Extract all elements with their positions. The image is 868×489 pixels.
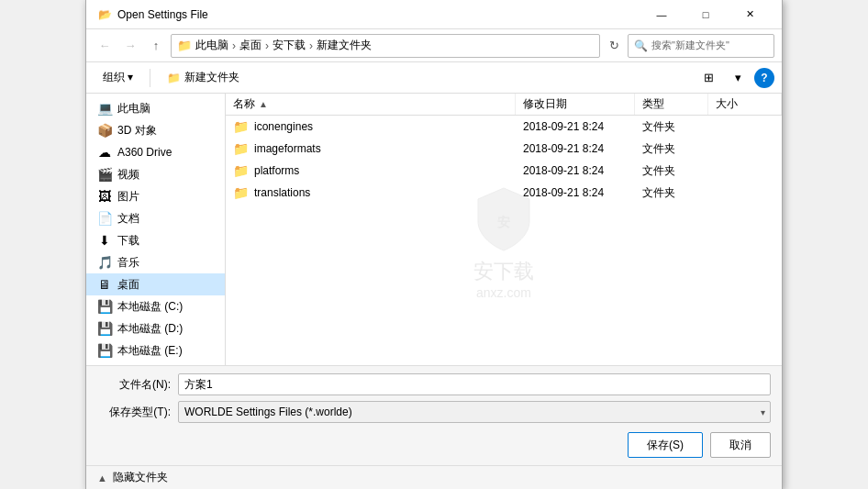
sidebar-item-a360-drive[interactable]: ☁ A360 Drive (86, 141, 225, 163)
filename-input[interactable] (178, 373, 771, 395)
sidebar-label-music: 音乐 (117, 255, 139, 271)
col-header-date[interactable]: 修改日期 (516, 94, 635, 115)
sidebar-label-local-e: 本地磁盘 (E:) (117, 343, 183, 359)
filetype-select[interactable]: WORLDE Settings Files (*.worlde) (178, 401, 771, 423)
file-date: 2018-09-21 8:24 (516, 164, 635, 177)
file-item-platforms[interactable]: 📁 platforms 2018-09-21 8:24 文件夹 (226, 160, 782, 182)
hidden-files-label: 隐藏文件夹 (113, 470, 168, 485)
3d-objects-icon: 📦 (97, 123, 112, 138)
file-name: platforms (254, 164, 299, 177)
filetype-select-wrapper[interactable]: WORLDE Settings Files (*.worlde) ▾ (178, 401, 771, 423)
cancel-button[interactable]: 取消 (710, 432, 771, 458)
sidebar-item-local-e[interactable]: 💾 本地磁盘 (E:) (86, 339, 225, 361)
refresh-button[interactable]: ↻ (604, 36, 624, 56)
filename-row: 文件名(N): (97, 373, 771, 395)
open-settings-dialog: 📂 Open Settings File — □ ✕ ← → ↑ 📁 此电脑 ›… (85, 0, 783, 489)
back-button[interactable]: ← (94, 35, 116, 57)
sidebar-item-downloads[interactable]: ⬇ 下载 (86, 229, 225, 251)
sidebar-item-pictures[interactable]: 🖼 图片 (86, 185, 225, 207)
search-box[interactable]: 🔍 搜索"新建文件夹" (628, 34, 774, 58)
toolbar-right: ⊞ ▾ ? (696, 65, 774, 91)
path-folder-icon: 📁 (177, 39, 192, 52)
folder-icon: 📁 (233, 163, 249, 178)
music-icon: 🎵 (97, 255, 112, 270)
sidebar-item-videos[interactable]: 🎬 视频 (86, 163, 225, 185)
path-segment-this-pc[interactable]: 此电脑 (195, 38, 228, 53)
file-type: 文件夹 (635, 185, 708, 201)
filetype-label: 保存类型(T): (97, 405, 171, 420)
new-folder-icon: 📁 (167, 72, 181, 84)
file-item-imageformats[interactable]: 📁 imageformats 2018-09-21 8:24 文件夹 (226, 138, 782, 160)
file-item-translations[interactable]: 📁 translations 2018-09-21 8:24 文件夹 (226, 182, 782, 204)
sidebar-item-this-pc[interactable]: 💻 此电脑 (86, 97, 225, 119)
dialog-title: Open Settings File (117, 8, 640, 21)
maximize-button[interactable]: □ (684, 6, 727, 24)
view-icon: ⊞ (704, 71, 714, 84)
sidebar-item-local-c[interactable]: 💾 本地磁盘 (C:) (86, 295, 225, 317)
close-button[interactable]: ✕ (729, 6, 771, 24)
documents-icon: 📄 (97, 211, 112, 226)
local-c-icon: 💾 (97, 299, 112, 314)
file-item-iconengines[interactable]: 📁 iconengines 2018-09-21 8:24 文件夹 (226, 116, 782, 138)
dialog-icon: 📂 (97, 7, 112, 22)
file-type: 文件夹 (635, 141, 708, 157)
bottom-section: 文件名(N): 保存类型(T): WORLDE Settings Files (… (86, 365, 782, 465)
file-type: 文件夹 (635, 119, 708, 135)
file-type: 文件夹 (635, 163, 708, 179)
sidebar-item-documents[interactable]: 📄 文档 (86, 207, 225, 229)
view-dropdown-button[interactable]: ▾ (725, 65, 751, 91)
sidebar-label-a360-drive: A360 Drive (117, 146, 172, 159)
main-content: 💻 此电脑 📦 3D 对象 ☁ A360 Drive 🎬 视频 🖼 图片 📄 (86, 94, 782, 365)
view-button[interactable]: ⊞ (696, 65, 721, 91)
file-name: translations (254, 186, 310, 199)
pictures-icon: 🖼 (97, 189, 112, 204)
up-button[interactable]: ↑ (145, 35, 167, 57)
path-segment-download[interactable]: 安下载 (273, 38, 306, 53)
hidden-files-bar[interactable]: ▲ 隐藏文件夹 (86, 465, 782, 489)
address-path-box[interactable]: 📁 此电脑 › 桌面 › 安下载 › 新建文件夹 (171, 34, 600, 58)
folder-icon: 📁 (233, 141, 249, 156)
videos-icon: 🎬 (97, 167, 112, 182)
organize-button[interactable]: 组织 ▾ (94, 65, 142, 91)
help-button[interactable]: ? (754, 68, 774, 88)
svg-text:安: 安 (496, 215, 510, 229)
toolbar: 组织 ▾ 📁 新建文件夹 ⊞ ▾ ? (86, 62, 782, 94)
address-bar: ← → ↑ 📁 此电脑 › 桌面 › 安下载 › 新建文件夹 ↻ 🔍 搜索"新建… (86, 29, 782, 62)
sidebar-item-music[interactable]: 🎵 音乐 (86, 251, 225, 273)
minimize-button[interactable]: — (640, 6, 683, 24)
file-date: 2018-09-21 8:24 (516, 186, 635, 199)
search-placeholder: 搜索"新建文件夹" (651, 39, 729, 52)
path-segment-desktop[interactable]: 桌面 (239, 38, 262, 53)
local-e-icon: 💾 (97, 343, 112, 358)
save-button[interactable]: 保存(S) (628, 432, 703, 458)
this-pc-icon: 💻 (97, 101, 112, 116)
sidebar-label-local-d: 本地磁盘 (D:) (117, 321, 183, 337)
col-header-name[interactable]: 名称 ▲ (226, 94, 516, 115)
new-folder-button[interactable]: 📁 新建文件夹 (158, 65, 249, 91)
file-date: 2018-09-21 8:24 (516, 120, 635, 133)
sidebar-label-local-c: 本地磁盘 (C:) (117, 299, 183, 315)
sidebar-item-local-d[interactable]: 💾 本地磁盘 (D:) (86, 317, 225, 339)
sidebar-item-3d-objects[interactable]: 📦 3D 对象 (86, 119, 225, 141)
path-segments: 此电脑 › 桌面 › 安下载 › 新建文件夹 (195, 38, 594, 53)
sidebar-label-desktop: 桌面 (117, 277, 139, 293)
forward-button[interactable]: → (119, 35, 141, 57)
col-header-size[interactable]: 大小 (708, 94, 782, 115)
file-list-area: 名称 ▲ 修改日期 类型 大小 安 (226, 94, 782, 365)
window-controls: — □ ✕ (640, 6, 771, 24)
file-name: imageformats (254, 142, 321, 155)
sidebar-label-videos: 视频 (117, 167, 139, 183)
expand-arrow-icon: ▲ (97, 472, 107, 483)
file-list-header: 名称 ▲ 修改日期 类型 大小 (226, 94, 782, 116)
sidebar-label-3d-objects: 3D 对象 (117, 123, 157, 139)
a360-drive-icon: ☁ (97, 145, 112, 160)
sidebar-label-this-pc: 此电脑 (117, 101, 150, 117)
filetype-row: 保存类型(T): WORLDE Settings Files (*.worlde… (97, 401, 771, 423)
col-header-type[interactable]: 类型 (635, 94, 708, 115)
search-icon: 🔍 (634, 39, 648, 52)
sidebar-item-desktop[interactable]: 🖥 桌面 (86, 273, 225, 295)
new-folder-label: 新建文件夹 (184, 70, 239, 85)
filename-label: 文件名(N): (97, 377, 171, 393)
path-segment-new-folder[interactable]: 新建文件夹 (317, 38, 372, 53)
sidebar: 💻 此电脑 📦 3D 对象 ☁ A360 Drive 🎬 视频 🖼 图片 📄 (86, 94, 226, 365)
